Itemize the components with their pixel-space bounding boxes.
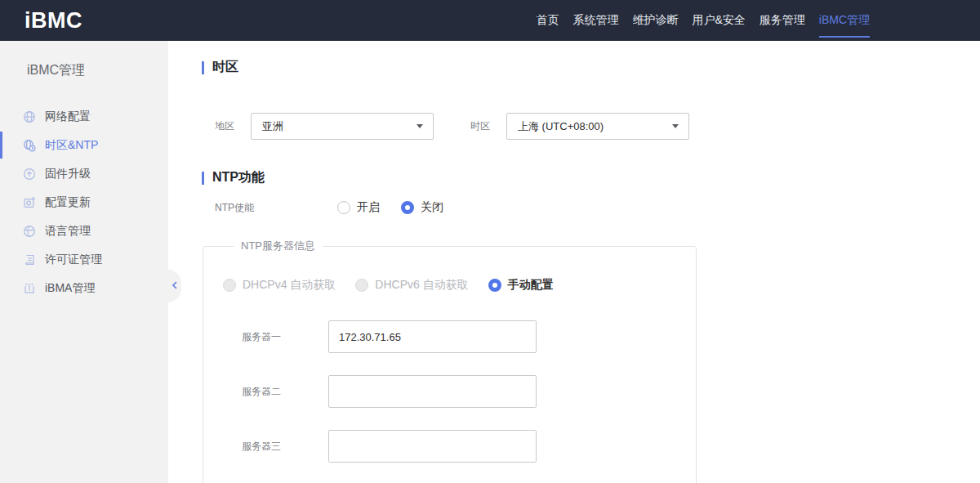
- sidebar-item-label: 语言管理: [45, 224, 91, 239]
- network-icon: [23, 110, 36, 123]
- main-content: 时区 地区 亚洲 时区 上海 (UTC+08:00) NTP功能 NTP使能 开…: [168, 41, 980, 483]
- manual-config-radio[interactable]: 手动配置: [488, 278, 554, 293]
- radio-label: DHCPv4 自动获取: [243, 278, 336, 293]
- sidebar-item-label: 固件升级: [45, 167, 91, 181]
- sidebar-item-label: iBMA管理: [45, 281, 95, 296]
- timezone-ntp-icon: [23, 139, 36, 152]
- ntp-enable-row: NTP使能 开启 关闭: [202, 199, 980, 216]
- language-icon: [23, 225, 36, 238]
- nav-item-ibmc-management[interactable]: iBMC管理: [819, 0, 870, 41]
- sidebar-item-label: 配置更新: [45, 195, 91, 210]
- timezone-select[interactable]: 上海 (UTC+08:00): [506, 113, 689, 140]
- nav-item-service-management[interactable]: 服务管理: [760, 0, 805, 41]
- radio-disabled-icon: [355, 279, 368, 292]
- timezone-section-header: 时区: [202, 59, 980, 76]
- radio-label: DHCPv6 自动获取: [375, 278, 468, 293]
- radio-label: 关闭: [421, 200, 443, 215]
- server-three-input[interactable]: [328, 430, 537, 463]
- nav-item-home[interactable]: 首页: [536, 0, 559, 41]
- timezone-label: 时区: [470, 119, 506, 133]
- chevron-down-icon: [672, 124, 679, 128]
- region-label: 地区: [215, 119, 251, 133]
- server-three-row: 服务器三: [223, 430, 696, 463]
- server-three-label: 服务器三: [242, 440, 328, 454]
- dhcpv4-auto-radio[interactable]: DHCPv4 自动获取: [223, 278, 336, 293]
- sidebar-item-config-update[interactable]: 配置更新: [0, 188, 168, 217]
- ibmc-logo: iBMC: [24, 8, 82, 34]
- chevron-down-icon: [416, 124, 423, 128]
- sidebar-item-license-management[interactable]: 许可证管理: [0, 245, 168, 274]
- server-two-label: 服务器二: [242, 385, 328, 399]
- sidebar-title: iBMC管理: [0, 41, 168, 79]
- ntp-enable-off-radio[interactable]: 关闭: [401, 200, 443, 215]
- timezone-section-title: 时区: [212, 59, 238, 76]
- sidebar-item-network-config[interactable]: 网络配置: [0, 102, 168, 131]
- radio-disabled-icon: [223, 279, 236, 292]
- ntp-server-mode-row: DHCPv4 自动获取 DHCPv6 自动获取 手动配置: [223, 278, 696, 293]
- server-two-input[interactable]: [328, 375, 537, 408]
- nav-item-user-security[interactable]: 用户&安全: [692, 0, 745, 41]
- radio-checked-icon: [401, 201, 414, 214]
- timezone-select-value: 上海 (UTC+08:00): [518, 119, 604, 134]
- region-select[interactable]: 亚洲: [251, 113, 434, 140]
- sidebar-item-label: 许可证管理: [45, 253, 102, 267]
- radio-checked-icon: [488, 279, 501, 292]
- sidebar-item-firmware-upgrade[interactable]: 固件升级: [0, 159, 168, 188]
- config-update-icon: [23, 196, 36, 209]
- section-accent-bar: [202, 61, 204, 74]
- server-two-row: 服务器二: [223, 375, 696, 408]
- ibma-icon: [23, 282, 36, 295]
- radio-label: 开启: [357, 200, 380, 215]
- region-select-value: 亚洲: [262, 119, 283, 134]
- ntp-section-header: NTP功能: [202, 169, 980, 186]
- ntp-server-info-legend: NTP服务器信息: [234, 239, 323, 253]
- page-layout: iBMC管理 网络配置 时区&NTP: [0, 41, 980, 483]
- license-icon: [23, 253, 36, 266]
- ntp-server-info-group: NTP服务器信息 DHCPv4 自动获取 DHCPv6 自动获取 手动配置 服务…: [203, 239, 697, 483]
- sidebar-item-timezone-ntp[interactable]: 时区&NTP: [0, 131, 168, 159]
- top-navigation: 首页 系统管理 维护诊断 用户&安全 服务管理 iBMC管理: [522, 0, 870, 41]
- radio-label: 手动配置: [508, 278, 554, 293]
- server-one-input[interactable]: [328, 320, 537, 353]
- sidebar-item-ibma-management[interactable]: iBMA管理: [0, 274, 168, 302]
- server-one-row: 服务器一: [223, 320, 696, 353]
- sidebar: iBMC管理 网络配置 时区&NTP: [0, 41, 168, 483]
- nav-item-maintenance-diagnostics[interactable]: 维护诊断: [632, 0, 678, 41]
- collapse-chevron-icon: [171, 279, 179, 293]
- firmware-upgrade-icon: [23, 168, 36, 181]
- timezone-form-row: 地区 亚洲 时区 上海 (UTC+08:00): [202, 113, 980, 140]
- nav-item-system-management[interactable]: 系统管理: [572, 0, 618, 41]
- ntp-enable-on-radio[interactable]: 开启: [337, 200, 380, 215]
- section-accent-bar: [202, 172, 204, 185]
- sidebar-item-language-management[interactable]: 语言管理: [0, 217, 168, 245]
- dhcpv6-auto-radio[interactable]: DHCPv6 自动获取: [355, 278, 468, 293]
- radio-unchecked-icon: [337, 201, 350, 214]
- sidebar-item-label: 网络配置: [45, 110, 91, 124]
- sidebar-item-label: 时区&NTP: [45, 138, 98, 153]
- server-one-label: 服务器一: [242, 330, 328, 344]
- ntp-enable-label: NTP使能: [215, 201, 337, 215]
- ntp-section-title: NTP功能: [212, 169, 265, 186]
- sidebar-menu: 网络配置 时区&NTP 固件升级: [0, 102, 168, 302]
- top-bar: iBMC 首页 系统管理 维护诊断 用户&安全 服务管理 iBMC管理: [0, 0, 980, 41]
